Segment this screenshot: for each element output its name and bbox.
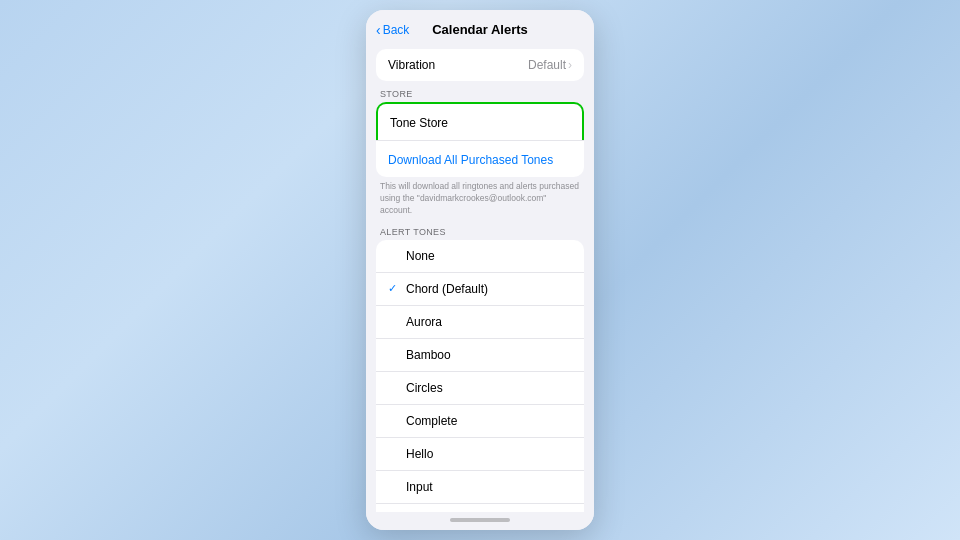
tone-name: Bamboo — [406, 348, 451, 362]
store-section: STORE Tone Store Download All Purchased … — [376, 89, 584, 177]
tone-name: None — [406, 249, 435, 263]
tone-name: Aurora — [406, 315, 442, 329]
tones-list: None✓Chord (Default)AuroraBambooCirclesC… — [376, 240, 584, 512]
tone-name: Input — [406, 480, 433, 494]
vibration-value-group: Default › — [528, 58, 572, 72]
tone-name: Circles — [406, 381, 443, 395]
tone-row[interactable]: Input — [376, 471, 584, 504]
chevron-right-icon: › — [568, 58, 572, 72]
tone-store-row[interactable]: Tone Store — [376, 102, 584, 140]
tone-row[interactable]: None — [376, 240, 584, 273]
bottom-bar — [366, 512, 594, 530]
alert-tones-section: ALERT TONES None✓Chord (Default)AuroraBa… — [376, 227, 584, 512]
download-all-text: Download All Purchased Tones — [388, 153, 553, 167]
download-row[interactable]: Download All Purchased Tones — [376, 140, 584, 177]
back-label: Back — [383, 23, 410, 37]
content-scroll[interactable]: Vibration Default › STORE Tone Store Dow… — [366, 45, 594, 512]
vibration-label: Vibration — [388, 58, 435, 72]
chevron-left-icon: ‹ — [376, 23, 381, 37]
vibration-row[interactable]: Vibration Default › — [376, 49, 584, 81]
tone-row[interactable]: ✓Chord (Default) — [376, 273, 584, 306]
tone-name: Complete — [406, 414, 457, 428]
tone-row[interactable]: Hello — [376, 438, 584, 471]
home-indicator — [450, 518, 510, 522]
checkmark-icon: ✓ — [388, 282, 400, 295]
tone-row[interactable]: Keys — [376, 504, 584, 512]
tone-row[interactable]: Aurora — [376, 306, 584, 339]
page-title: Calendar Alerts — [432, 22, 528, 37]
store-section-label: STORE — [376, 89, 584, 102]
back-button[interactable]: ‹ Back — [376, 23, 409, 37]
phone-panel: ‹ Back Calendar Alerts Vibration Default… — [366, 10, 594, 530]
alert-tones-label: ALERT TONES — [376, 227, 584, 240]
tone-row[interactable]: Bamboo — [376, 339, 584, 372]
account-note: This will download all ringtones and ale… — [366, 177, 594, 219]
header: ‹ Back Calendar Alerts — [366, 10, 594, 45]
tone-name: Hello — [406, 447, 433, 461]
tone-store-text: Tone Store — [390, 116, 448, 130]
tone-row[interactable]: Complete — [376, 405, 584, 438]
vibration-value-text: Default — [528, 58, 566, 72]
tone-row[interactable]: Circles — [376, 372, 584, 405]
tone-name: Chord (Default) — [406, 282, 488, 296]
